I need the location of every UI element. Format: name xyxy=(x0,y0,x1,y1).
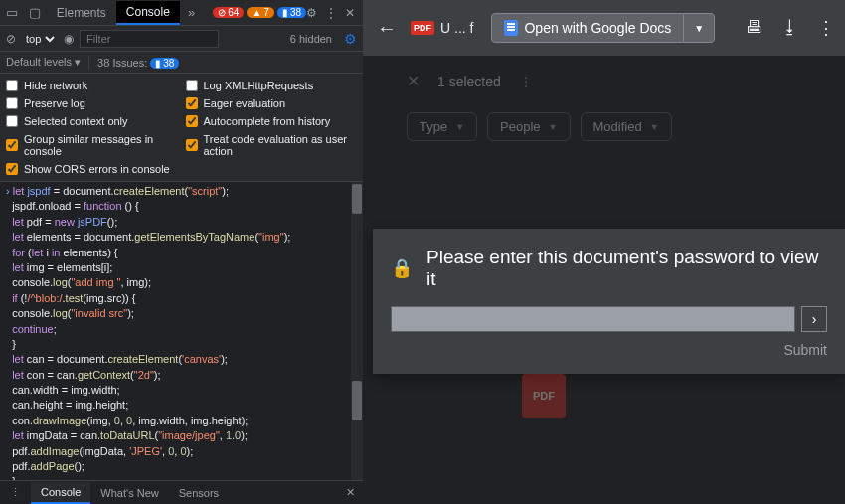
issues-link[interactable]: 38 Issues: ▮38 xyxy=(97,57,179,69)
chk-log-xhr[interactable]: Log XMLHttpRequests xyxy=(186,78,358,93)
drive-viewer-header: ← PDF U ... f Open with Google Docs ▼ 🖶 … xyxy=(363,0,845,56)
selection-bar: ✕ 1 selected ⋮ xyxy=(407,72,845,90)
lock-icon: 🔒 xyxy=(391,257,413,279)
browser-view: ← PDF U ... f Open with Google Docs ▼ 🖶 … xyxy=(363,0,845,504)
tab-elements[interactable]: Elements xyxy=(47,2,116,24)
pdf-thumbnail-icon[interactable]: PDF xyxy=(522,374,566,418)
chevron-down-icon: ▼ xyxy=(650,122,659,132)
submit-button[interactable]: Submit xyxy=(391,342,827,358)
more-tabs-icon[interactable]: » xyxy=(180,5,203,20)
chevron-down-icon: ▼ xyxy=(455,122,464,132)
chk-group-similar[interactable]: Group similar messages in console xyxy=(6,131,178,159)
selection-menu-icon[interactable]: ⋮ xyxy=(519,74,533,89)
devtools-tab-bar: ▭ ▢ Elements Console » ⊘64 ▲7 ▮38 ⚙ ⋮ ✕ xyxy=(0,0,363,26)
clear-console-icon[interactable]: ⊘ xyxy=(6,32,16,46)
filter-chips: Type▼ People▼ Modified▼ xyxy=(407,112,845,141)
chk-hide-network[interactable]: Hide network xyxy=(6,78,178,93)
context-select[interactable]: top xyxy=(22,32,58,46)
hidden-count: 6 hidden xyxy=(290,33,332,45)
password-prompt-text: Please enter this document's password to… xyxy=(426,247,827,290)
eye-icon[interactable]: ◉ xyxy=(64,32,74,46)
filter-input[interactable] xyxy=(80,30,219,48)
issues-bar: Default levels ▾ 38 Issues: ▮38 xyxy=(0,52,363,74)
close-icon[interactable]: ✕ xyxy=(345,6,355,20)
chip-people[interactable]: People▼ xyxy=(487,112,570,141)
devtools-actions: ⚙ ⋮ ✕ xyxy=(306,6,363,20)
more-icon[interactable]: ⋮ xyxy=(325,6,337,20)
levels-select[interactable]: Default levels ▾ xyxy=(6,56,81,69)
devtools-panel: ▭ ▢ Elements Console » ⊘64 ▲7 ▮38 ⚙ ⋮ ✕ … xyxy=(0,0,363,504)
password-go-button[interactable]: › xyxy=(801,306,827,332)
background-content: ✕ 1 selected ⋮ Type▼ People▼ Modified▼ xyxy=(407,72,845,141)
chk-eager-eval[interactable]: Eager evaluation xyxy=(186,95,358,111)
settings-icon[interactable]: ⚙ xyxy=(306,6,317,20)
header-actions: 🖶 ⭳ ⋮ xyxy=(746,17,835,39)
drawer-close-icon[interactable]: ✕ xyxy=(346,486,363,499)
code-scrollbar[interactable] xyxy=(351,182,363,480)
chevron-down-icon: ▼ xyxy=(549,122,558,132)
google-docs-icon xyxy=(504,20,518,36)
clear-selection-icon[interactable]: ✕ xyxy=(407,72,420,90)
console-settings-icon[interactable]: ⚙ xyxy=(344,31,357,47)
open-with-label: Open with Google Docs xyxy=(524,20,671,36)
more-actions-icon[interactable]: ⋮ xyxy=(817,17,835,39)
warning-count-badge[interactable]: ▲7 xyxy=(247,7,273,18)
open-with-dropdown-icon[interactable]: ▼ xyxy=(684,17,714,40)
console-code[interactable]: › let jspdf = document.createElement("sc… xyxy=(0,182,363,480)
inspect-icon[interactable]: ▭ xyxy=(0,5,23,20)
password-header: 🔒 Please enter this document's password … xyxy=(391,247,827,290)
print-icon[interactable]: 🖶 xyxy=(746,17,763,39)
open-with-main[interactable]: Open with Google Docs xyxy=(492,14,684,42)
console-toolbar: ⊘ top ◉ 6 hidden ⚙ xyxy=(0,26,363,52)
device-icon[interactable]: ▢ xyxy=(23,5,46,20)
open-with-button[interactable]: Open with Google Docs ▼ xyxy=(491,13,715,43)
chk-show-cors[interactable]: Show CORS errors in console xyxy=(6,161,178,177)
download-icon[interactable]: ⭳ xyxy=(781,17,799,39)
devtools-drawer: ⋮ Console What's New Sensors ✕ xyxy=(0,480,363,504)
drawer-tab-whatsnew[interactable]: What's New xyxy=(90,483,168,503)
password-input[interactable] xyxy=(391,306,795,332)
error-badges: ⊘64 ▲7 ▮38 xyxy=(213,7,306,18)
drawer-tab-sensors[interactable]: Sensors xyxy=(169,483,229,503)
drawer-tab-console[interactable]: Console xyxy=(31,482,90,504)
password-input-row: › xyxy=(391,306,827,332)
back-icon[interactable]: ← xyxy=(373,13,401,44)
drawer-menu-icon[interactable]: ⋮ xyxy=(0,482,31,503)
viewer-body: ✕ 1 selected ⋮ Type▼ People▼ Modified▼ 🔒… xyxy=(363,56,845,504)
tab-console[interactable]: Console xyxy=(116,1,180,25)
selection-count: 1 selected xyxy=(437,74,501,89)
password-dialog: 🔒 Please enter this document's password … xyxy=(373,229,845,374)
file-name: U ... f xyxy=(440,20,473,36)
file-chip: PDF U ... f xyxy=(411,20,473,36)
chip-type[interactable]: Type▼ xyxy=(407,112,477,141)
info-count-badge[interactable]: ▮38 xyxy=(277,7,306,18)
chip-modified[interactable]: Modified▼ xyxy=(581,112,672,141)
console-settings-checks: Hide network Log XMLHttpRequests Preserv… xyxy=(0,74,363,182)
chk-treat-eval[interactable]: Treat code evaluation as user action xyxy=(186,131,358,159)
chk-preserve-log[interactable]: Preserve log xyxy=(6,95,178,111)
pdf-badge-icon: PDF xyxy=(411,21,434,35)
chk-autocomplete[interactable]: Autocomplete from history xyxy=(186,113,358,129)
chk-selected-ctx[interactable]: Selected context only xyxy=(6,113,178,129)
error-count-badge[interactable]: ⊘64 xyxy=(213,7,244,18)
